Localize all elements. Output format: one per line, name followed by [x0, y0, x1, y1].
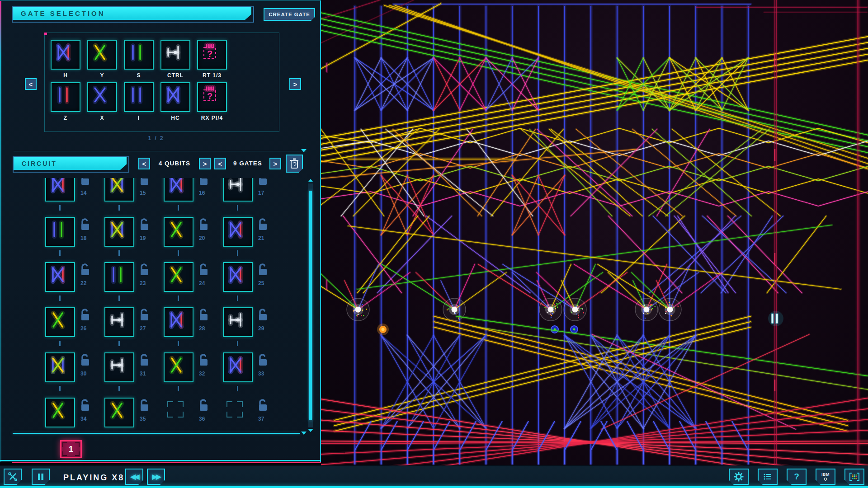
palette-gate-S[interactable]	[124, 40, 154, 70]
list-icon	[762, 471, 773, 482]
circuit-bottom-rule	[13, 433, 300, 434]
circuit-page-badge[interactable]: 1	[60, 440, 82, 458]
gates-increment-button[interactable]: >	[269, 158, 281, 169]
empty-slot-tile[interactable]	[164, 398, 193, 427]
slot-number: 33	[258, 371, 264, 377]
pause-button[interactable]	[32, 469, 50, 485]
ibmq-logo: IBM Q	[819, 472, 832, 481]
circuit-slot-grid: 1415161718192021222324252627282930313233…	[13, 178, 306, 433]
circuit-collapse-arrow-icon[interactable]	[301, 432, 307, 435]
palette-gate-label: X	[82, 115, 123, 121]
slot-gate-tile[interactable]	[104, 398, 134, 427]
slot-gate-tile[interactable]	[223, 307, 253, 337]
gate-selection-title: GATE SELECTION	[13, 7, 251, 20]
slot-gate-tile[interactable]	[223, 262, 253, 292]
gates-count-label: 9 GATES	[227, 160, 269, 167]
palette-prev-button[interactable]: <	[25, 78, 37, 90]
palette-gate-label: RX PI/4	[192, 115, 232, 121]
slot-number: 37	[258, 416, 264, 422]
unlocked-lock-icon	[80, 218, 90, 233]
circuit-scrollbar[interactable]	[308, 183, 313, 427]
playback-status: PLAYING X8	[63, 466, 124, 488]
unlocked-lock-icon	[80, 178, 90, 188]
slot-gate-tile[interactable]	[164, 178, 193, 202]
palette-gate-X[interactable]	[87, 82, 117, 112]
slot-connector	[237, 205, 238, 211]
slot-number: 23	[140, 280, 146, 286]
slot-gate-tile[interactable]	[223, 178, 253, 202]
palette-gate-Y[interactable]	[87, 40, 117, 70]
slot-gate-tile[interactable]	[45, 398, 75, 427]
palette-next-button[interactable]: >	[289, 78, 301, 90]
fast-forward-icon: ▶▶	[152, 473, 160, 481]
tools-button[interactable]	[4, 469, 22, 485]
slot-gate-tile[interactable]	[45, 352, 75, 382]
slot-gate-tile[interactable]	[164, 352, 193, 382]
slot-connector	[118, 296, 120, 301]
slot-number: 20	[199, 235, 205, 241]
slot-number: 26	[80, 325, 86, 332]
help-button[interactable]: ?	[787, 469, 807, 485]
slot-gate-tile[interactable]	[104, 178, 134, 202]
slot-gate-tile[interactable]	[45, 178, 75, 202]
scroll-up-icon[interactable]	[308, 179, 313, 182]
slot-connector	[178, 341, 179, 346]
slot-gate-tile[interactable]	[223, 352, 253, 382]
palette-gate-H[interactable]	[51, 40, 80, 70]
quantum-visualization-area	[321, 0, 868, 465]
slot-gate-tile[interactable]	[104, 262, 134, 292]
clear-circuit-button[interactable]	[286, 155, 303, 173]
svg-text:?: ?	[207, 49, 212, 59]
slot-number: 19	[140, 235, 146, 241]
slot-connector	[237, 386, 238, 391]
palette-page-indicator: 1 / 2	[136, 135, 176, 141]
tools-icon	[7, 471, 18, 483]
slot-number: 14	[80, 190, 86, 196]
rewind-button[interactable]: ◀◀	[125, 469, 143, 485]
qubits-decrement-button[interactable]: <	[138, 158, 150, 169]
palette-gate-RX PI/4[interactable]: ?	[197, 82, 227, 112]
slot-number: 32	[199, 371, 205, 377]
slot-gate-tile[interactable]	[164, 307, 193, 337]
slot-connector	[59, 296, 61, 301]
bottom-bar: PLAYING X8 ◀◀ ▶▶ ? IBM Q	[0, 465, 868, 488]
matrix-view-button[interactable]	[844, 469, 864, 485]
palette-gate-CTRL[interactable]	[160, 40, 190, 70]
gates-decrement-button[interactable]: <	[214, 158, 226, 169]
settings-button[interactable]	[729, 469, 749, 485]
scroll-down-icon[interactable]	[308, 429, 313, 432]
slot-gate-tile[interactable]	[45, 262, 75, 292]
slot-gate-tile[interactable]	[45, 217, 75, 247]
svg-text:?: ?	[207, 91, 212, 101]
left-panel: GATE SELECTION CREATE GATE HYSCTRL?RT 1/…	[0, 0, 321, 462]
circuit-scrollbar-thumb[interactable]	[309, 191, 312, 420]
slot-gate-tile[interactable]	[164, 262, 193, 292]
slot-gate-tile[interactable]	[223, 217, 253, 247]
palette-gate-RT 1/3[interactable]: ?	[197, 40, 227, 70]
palette-gate-label: HC	[155, 115, 196, 121]
palette-gate-HC[interactable]	[160, 82, 190, 112]
palette-gate-label: S	[118, 72, 159, 79]
unlocked-lock-icon	[198, 308, 209, 324]
palette-gate-label: CTRL	[155, 72, 196, 79]
palette-gate-label: RT 1/3	[192, 72, 232, 79]
slot-connector	[178, 250, 179, 256]
help-icon: ?	[794, 472, 799, 482]
palette-gate-I[interactable]	[124, 82, 154, 112]
create-gate-button[interactable]: CREATE GATE	[264, 8, 315, 21]
ibmq-button[interactable]: IBM Q	[816, 469, 835, 485]
slot-gate-tile[interactable]	[104, 307, 134, 337]
slot-gate-tile[interactable]	[104, 217, 134, 247]
slot-connector	[178, 296, 179, 301]
slot-gate-tile[interactable]	[104, 352, 134, 382]
palette-gate-Z[interactable]	[51, 82, 80, 112]
objectives-button[interactable]	[758, 469, 778, 485]
fast-forward-button[interactable]: ▶▶	[147, 469, 165, 485]
slot-gate-tile[interactable]	[45, 307, 75, 337]
slot-gate-tile[interactable]	[164, 217, 193, 247]
palette-gate-label: I	[118, 115, 159, 121]
collapse-arrow-icon[interactable]	[301, 149, 307, 152]
qubits-increment-button[interactable]: >	[199, 158, 211, 169]
empty-slot-tile[interactable]	[223, 398, 253, 427]
slot-number: 24	[199, 280, 205, 286]
